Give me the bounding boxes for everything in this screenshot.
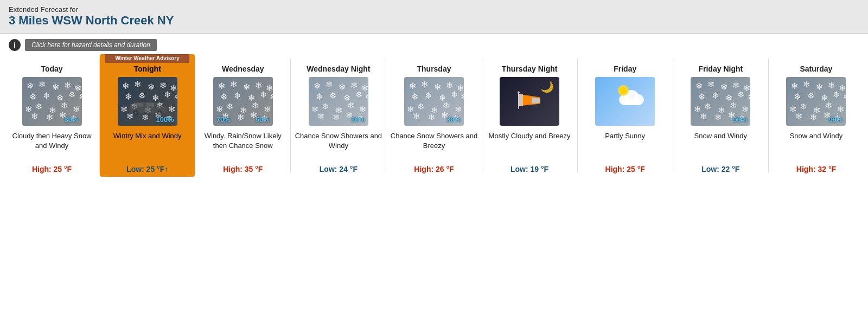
svg-point-13 — [518, 92, 520, 94]
day-label: Friday Night — [698, 64, 743, 74]
svg-rect-17 — [622, 99, 641, 105]
forecast-description: Cloudy then Heavy Snow and Windy — [7, 131, 97, 162]
precip-label: 100% — [156, 115, 174, 124]
weather-image: ❄❄❄❄❄❄❄❄❄❄❄❄❄❄❄❄❄❄❄ 90% — [691, 77, 750, 126]
snowflake-icon: ❄ — [322, 101, 329, 112]
snowflake-icon: ❄ — [68, 89, 75, 100]
snowflake-icon: ❄ — [226, 101, 233, 112]
car-icon — [126, 96, 169, 117]
svg-point-7 — [158, 112, 161, 114]
weather-image: ❄❄❄❄❄❄❄❄❄❄❄❄❄❄❄❄❄❄❄ 80% — [22, 77, 82, 126]
svg-point-19 — [620, 87, 627, 94]
snowflake-icon: ❄ — [714, 112, 722, 123]
snowflake-icon: ❄ — [339, 82, 346, 92]
moon-icon: 🌙 — [540, 80, 554, 93]
forecast-day: Thursday Night 🌙 Mostly Cloudy and Breez… — [482, 54, 577, 177]
forecast-day: Wednesday Night ❄❄❄❄❄❄❄❄❄❄❄❄❄❄❄❄❄❄❄ 30% … — [291, 54, 386, 177]
snowflake-icon: ❄ — [816, 82, 823, 92]
day-label: Today — [41, 64, 62, 74]
snowflake-icon: ❄ — [411, 92, 418, 102]
day-label: Wednesday — [222, 64, 264, 74]
forecast-temp: Low: 19 °F — [510, 165, 548, 173]
winter-advisory-banner: Winter Weather Advisory — [105, 54, 189, 63]
snowflake-icon: ❄ — [409, 81, 416, 91]
snowflake-icon: ❄ — [31, 111, 38, 121]
forecast-day: Today ❄❄❄❄❄❄❄❄❄❄❄❄❄❄❄❄❄❄❄ 80% Cloudy the… — [4, 54, 99, 177]
snowflake-icon: ❄ — [270, 92, 273, 102]
snowflake-icon: ❄ — [730, 100, 737, 111]
forecast-day: Thursday ❄❄❄❄❄❄❄❄❄❄❄❄❄❄❄❄❄❄❄ 30% Chance … — [386, 54, 481, 177]
snowflake-icon: ❄ — [329, 91, 336, 101]
snowflake-icon: ❄ — [748, 92, 751, 102]
forecast-description: Windy. Rain/Snow Likely then Chance Snow — [197, 131, 288, 162]
snowflake-icon: ❄ — [220, 92, 227, 102]
day-label: Thursday — [417, 64, 451, 74]
snowflake-icon: ❄ — [800, 101, 807, 112]
page-wrapper: Extended Forecast for 3 Miles WSW North … — [0, 0, 868, 309]
svg-rect-2 — [136, 103, 143, 107]
snowflake-icon: ❄ — [234, 91, 241, 101]
snowflake-icon: ❄ — [314, 81, 321, 91]
forecast-day: Wind Advisory Winter Weather Advisory To… — [100, 54, 195, 177]
forecast-day: Friday Night ❄❄❄❄❄❄❄❄❄❄❄❄❄❄❄❄❄❄❄ 90% Sno… — [673, 54, 768, 177]
snowflake-icon: ❄ — [794, 92, 801, 102]
snowflake-icon: ❄ — [425, 91, 432, 101]
precip-label: 90% — [828, 115, 843, 124]
header-title: 3 Miles WSW North Creek NY — [9, 14, 859, 28]
snowflake-icon: ❄ — [316, 92, 323, 102]
snowflake-icon: ❄ — [347, 100, 354, 111]
weather-image: ❄❄❄❄❄❄❄❄❄❄❄❄❄❄❄❄❄❄❄ 70%50% — [213, 77, 273, 126]
snowflake-icon: ❄ — [43, 91, 50, 101]
snowflake-icon: ❄ — [52, 82, 59, 92]
snowflake-icon: ❄ — [333, 112, 340, 123]
hazard-link[interactable]: Click here for hazard details and durati… — [25, 39, 157, 51]
snowflake-icon: ❄ — [451, 89, 458, 100]
snowflake-icon: ❄ — [737, 89, 744, 100]
forecast-description: Mostly Cloudy and Breezy — [489, 131, 571, 162]
advisory-banners: Wind Advisory Winter Weather Advisory — [105, 54, 189, 63]
hazard-bar: i Click here for hazard details and dura… — [0, 34, 868, 54]
forecast-day: Saturday ❄❄❄❄❄❄❄❄❄❄❄❄❄❄❄❄❄❄❄ 90% Snow an… — [769, 54, 864, 177]
snowflake-icon: ❄ — [434, 82, 441, 92]
svg-marker-10 — [519, 94, 523, 106]
snowflake-icon: ❄ — [218, 81, 225, 91]
snowflake-icon: ❄ — [365, 92, 368, 102]
snowflake-icon: ❄ — [791, 81, 798, 91]
snowflake-icon: ❄ — [317, 111, 324, 121]
cloud-icon — [612, 82, 650, 111]
snowflake-icon: ❄ — [795, 111, 802, 121]
day-label: Thursday Night — [502, 64, 558, 74]
snowflake-icon: ❄ — [148, 82, 155, 92]
snowflake-icon: ❄ — [707, 79, 714, 89]
forecast-day: Wednesday ❄❄❄❄❄❄❄❄❄❄❄❄❄❄❄❄❄❄❄ 70%50% Win… — [195, 54, 290, 177]
day-label: Saturday — [800, 64, 832, 74]
weather-image — [595, 77, 655, 126]
forecast-area: Today ❄❄❄❄❄❄❄❄❄❄❄❄❄❄❄❄❄❄❄ 80% Cloudy the… — [0, 54, 868, 185]
snowflake-icon: ❄ — [803, 79, 810, 89]
weather-image: ❄❄❄❄❄❄❄❄❄❄❄❄❄❄❄❄❄❄❄ 30% — [309, 77, 368, 126]
snowflake-icon: ❄ — [833, 89, 840, 100]
forecast-day: Friday Partly SunnyHigh: 25 °F — [578, 54, 673, 177]
snowflake-icon: ❄ — [704, 101, 711, 112]
snowflake-icon: ❄ — [243, 82, 250, 92]
snowflake-icon: ❄ — [326, 79, 333, 89]
snowflake-icon: ❄ — [46, 112, 53, 123]
snowflake-icon: ❄ — [720, 82, 727, 92]
day-label: Friday — [614, 64, 636, 74]
precip-label-2: 50% — [256, 115, 270, 124]
snowflake-icon: ❄ — [122, 81, 129, 91]
snowflake-icon: ❄ — [700, 111, 707, 121]
snowflake-icon: ❄ — [260, 89, 267, 100]
snowflake-icon: ❄ — [810, 112, 817, 123]
forecast-description: Snow and Windy — [694, 131, 748, 162]
snowflake-icon: ❄ — [843, 92, 846, 102]
forecast-temp: High: 26 °F — [414, 165, 454, 173]
snowflake-icon: ❄ — [134, 79, 141, 89]
header-subtitle: Extended Forecast for — [9, 5, 859, 14]
forecast-temp: High: 32 °F — [796, 165, 836, 173]
snowflake-icon: ❄ — [237, 112, 244, 123]
forecast-description: Wintry Mix and Windy — [113, 131, 182, 162]
svg-point-6 — [135, 112, 137, 114]
snowflake-icon: ❄ — [61, 100, 68, 111]
snowflake-icon: ❄ — [35, 101, 42, 112]
